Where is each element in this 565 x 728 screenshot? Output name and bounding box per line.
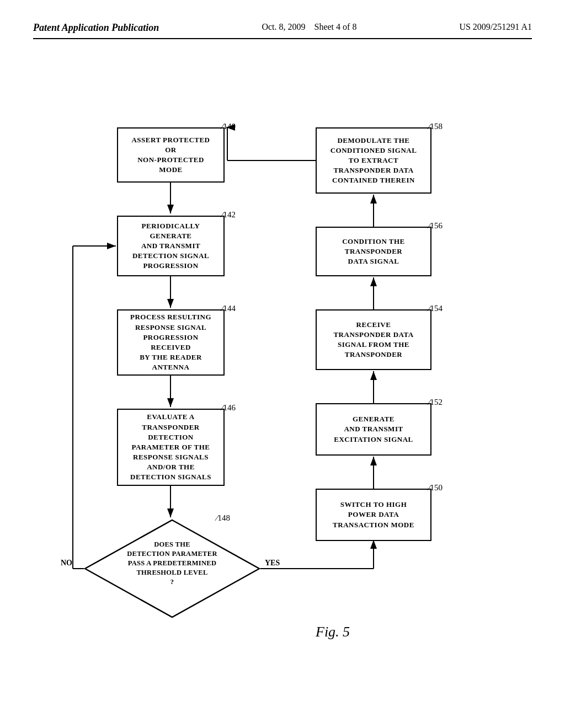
no-label: NO	[61, 559, 72, 568]
box-144: PROCESS RESULTING RESPONSE SIGNAL PROGRE…	[117, 309, 225, 376]
date-sheet: Oct. 8, 2009 Sheet 4 of 8	[262, 22, 356, 32]
diamond-148: DOES THEDETECTION PARAMETERPASS A PREDET…	[84, 519, 260, 618]
box-142: PERIODICALLY GENERATE AND TRANSMIT DETEC…	[117, 216, 225, 276]
label-146: ⁄146	[222, 403, 236, 413]
label-140: ⁄140	[222, 122, 236, 131]
sheet-info: Sheet 4 of 8	[315, 22, 357, 31]
flowchart-diagram: ASSERT PROTECTED OR NON-PROTECTED MODE ⁄…	[45, 56, 520, 662]
label-158: ⁄158	[429, 122, 443, 131]
label-152: ⁄152	[429, 398, 443, 407]
figure-label: Fig. 5	[316, 624, 350, 640]
publication-label: Patent Application Publication	[33, 22, 159, 34]
yes-label: YES	[265, 559, 280, 568]
box-140: ASSERT PROTECTED OR NON-PROTECTED MODE	[117, 127, 225, 183]
box-156: CONDITION THE TRANSPONDER DATA SIGNAL	[316, 227, 431, 276]
label-144: ⁄144	[222, 304, 236, 313]
box-152: GENERATE AND TRANSMIT EXCITATION SIGNAL	[316, 403, 431, 456]
box-154: RECEIVE TRANSPONDER DATA SIGNAL FROM THE…	[316, 309, 431, 370]
label-154: ⁄154	[429, 304, 443, 313]
box-146: EVALUATE A TRANSPONDER DETECTION PARAMET…	[117, 409, 225, 486]
diamond-148-text: DOES THEDETECTION PARAMETERPASS A PREDET…	[127, 540, 217, 586]
box-150: SWITCH TO HIGH POWER DATA TRANSACTION MO…	[316, 489, 431, 541]
patent-page: Patent Application Publication Oct. 8, 2…	[0, 0, 565, 728]
box-158: DEMODULATE THE CONDITIONED SIGNAL TO EXT…	[316, 127, 431, 194]
publication-date: Oct. 8, 2009	[262, 22, 305, 31]
label-148: ⁄148	[216, 513, 230, 523]
page-header: Patent Application Publication Oct. 8, 2…	[33, 22, 532, 39]
label-150: ⁄150	[429, 483, 443, 493]
patent-number: US 2009/251291 A1	[459, 22, 532, 32]
label-142: ⁄142	[222, 210, 236, 220]
label-156: ⁄156	[429, 221, 443, 231]
